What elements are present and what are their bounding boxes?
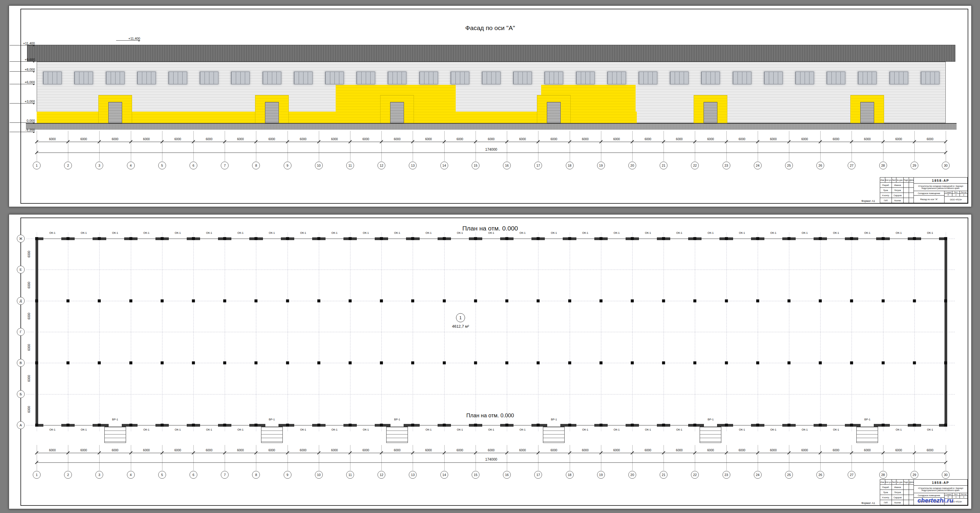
- staff-sign: [904, 193, 909, 198]
- dimension-line: [37, 142, 946, 142]
- dim-label: 6000: [726, 449, 758, 452]
- elevation-mark: 0,000: [10, 119, 35, 123]
- dim-label: 6000: [37, 137, 68, 141]
- titleblock-header-cell: Дата: [909, 480, 914, 484]
- plan-window: [639, 237, 657, 240]
- column: [317, 300, 320, 303]
- axis-extension-line: [663, 131, 664, 161]
- staff-date: [909, 495, 914, 500]
- dim-label: 6000: [444, 137, 476, 141]
- plan-drawing: ОК-1ОК-1ОК-1ОК-1ОК-1ОК-1ОК-1ОК-1ОК-1ОК-1…: [9, 215, 971, 509]
- window-tag: ОК-1: [294, 231, 313, 234]
- plan-window: [106, 237, 124, 240]
- column: [192, 362, 195, 364]
- window-tag: ОК-1: [576, 428, 595, 431]
- column: [725, 362, 728, 364]
- dim-label: 6000: [319, 449, 350, 452]
- plan-window: [827, 237, 845, 240]
- stage-value-cell: 3: [960, 496, 967, 498]
- titleblock-staff-row: Пров.Петров: [880, 490, 913, 495]
- axis-bubble: 25: [785, 471, 793, 479]
- letter-axis-bubble: В: [17, 359, 25, 367]
- window-tag: ОК-1: [701, 231, 720, 234]
- axis-bubble: 23: [722, 162, 730, 169]
- column: [286, 362, 289, 364]
- window-tag: ОК-1: [137, 428, 156, 431]
- column: [568, 362, 571, 364]
- staff-sign: [904, 198, 909, 203]
- staff-role: Разраб.: [880, 183, 892, 188]
- window-tag: ОК-1: [43, 231, 62, 234]
- axis-extension-line: [476, 131, 476, 161]
- dim-label: 6000: [382, 137, 413, 141]
- column: [255, 237, 258, 240]
- dim-label: 6000: [851, 449, 883, 452]
- dim-label: 6000: [382, 449, 413, 452]
- dim-label: 6000: [162, 137, 193, 141]
- facade-door: [703, 102, 718, 123]
- window-tag: ОК-1: [106, 231, 124, 234]
- axis-extension-line: [851, 131, 852, 161]
- column: [129, 237, 132, 240]
- axis-bubble: 14: [441, 471, 448, 479]
- dim-label: 6000: [570, 137, 601, 141]
- plan-wall-right: [945, 239, 947, 425]
- room-number-bubble: 1: [456, 313, 465, 322]
- dim-label: 6000: [538, 449, 570, 452]
- window-tag: ОК-1: [231, 428, 250, 431]
- dim-label: 6000: [663, 137, 695, 141]
- column: [161, 362, 164, 364]
- elevation-mark: +6,000: [10, 80, 35, 84]
- window-tag: ОК-1: [513, 428, 532, 431]
- titleblock-header-cell: Подп.: [904, 480, 909, 484]
- column: [255, 362, 258, 364]
- column: [537, 300, 539, 303]
- dim-label: 6000: [570, 449, 601, 452]
- column: [286, 300, 289, 303]
- column: [161, 237, 164, 240]
- window-tag: ОК-1: [419, 428, 438, 431]
- plan-axis-line-h: [27, 269, 955, 270]
- column: [161, 424, 164, 427]
- staff-role: Пров.: [880, 490, 892, 495]
- axis-bubble: 14: [441, 162, 448, 169]
- column: [223, 362, 226, 364]
- plan-door-opening: [860, 424, 874, 427]
- dim-label: 6000: [413, 449, 444, 452]
- plan-window: [419, 237, 438, 240]
- titleblock-header-cell: Подп.: [904, 177, 909, 182]
- plan-window: [43, 424, 62, 427]
- facade-window: [795, 72, 814, 84]
- dim-label: 6000: [695, 449, 726, 452]
- facade-window: [733, 72, 751, 84]
- facade-window: [607, 72, 626, 84]
- column: [505, 362, 508, 364]
- axis-bubble: 6: [189, 471, 197, 479]
- staff-date: [909, 198, 914, 203]
- column: [380, 362, 383, 364]
- dim-total-label: 174000: [37, 147, 946, 151]
- plan-window: [43, 237, 62, 240]
- stage-header-cell: Стадия: [945, 493, 952, 495]
- column: [788, 424, 791, 427]
- titleblock-header-cell: Изм.: [880, 177, 885, 182]
- plan-window: [231, 237, 250, 240]
- dim-label: 6000: [820, 449, 851, 452]
- column: [67, 300, 70, 303]
- letter-axis-bubble: А: [17, 421, 25, 429]
- column: [380, 424, 383, 427]
- column: [505, 300, 508, 303]
- window-tag: ОК-1: [482, 428, 501, 431]
- stage-value-cell: 3: [960, 194, 967, 196]
- axis-bubble: 17: [534, 471, 542, 479]
- staff-date: [909, 183, 914, 188]
- column: [693, 300, 696, 303]
- axis-bubble: 28: [879, 471, 887, 479]
- stage-value-cell: 3: [952, 496, 960, 498]
- axis-bubble: 29: [910, 471, 918, 479]
- column: [913, 362, 916, 364]
- facade-window: [827, 72, 845, 84]
- axis-bubble: 12: [377, 471, 385, 479]
- axis-bubble: 17: [534, 162, 542, 169]
- column: [693, 362, 696, 364]
